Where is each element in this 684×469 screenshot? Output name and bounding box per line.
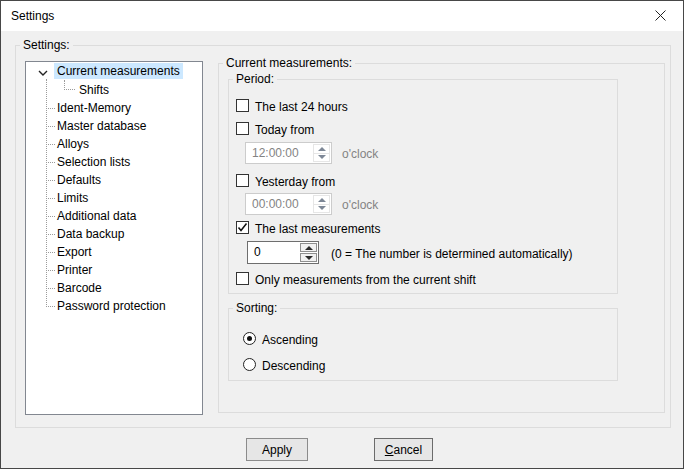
tree-item-current-measurements[interactable]: Current measurements xyxy=(26,63,203,81)
arrow-up-icon xyxy=(318,198,326,202)
descending-label[interactable]: Descending xyxy=(262,359,325,373)
tree-item-defaults[interactable]: Defaults xyxy=(26,171,203,189)
current-measurements-group-label: Current measurements: xyxy=(223,56,355,70)
checkmark-icon xyxy=(237,222,248,233)
last-measurements-label[interactable]: The last measurements xyxy=(255,222,380,236)
spin-buttons xyxy=(313,195,330,213)
yesterday-time-value[interactable]: 00:00:00 xyxy=(252,197,299,211)
tree-item-barcode[interactable]: Barcode xyxy=(26,279,203,297)
close-icon xyxy=(655,10,666,21)
settings-group-label: Settings: xyxy=(20,38,73,52)
yesterday-from-label[interactable]: Yesterday from xyxy=(255,175,335,189)
yesterday-from-checkbox[interactable] xyxy=(236,174,249,187)
tree-item-master-database[interactable]: Master database xyxy=(26,117,203,135)
spin-up-button[interactable] xyxy=(313,195,330,205)
tree-item-data-backup[interactable]: Data backup xyxy=(26,225,203,243)
tree-item-additional-data[interactable]: Additional data xyxy=(26,207,203,225)
count-hint-label: (0 = The number is determined automatica… xyxy=(331,247,573,261)
tree-item-alloys[interactable]: Alloys xyxy=(26,135,203,153)
yesterday-oclock-label: o'clock xyxy=(342,198,378,212)
close-button[interactable] xyxy=(638,1,683,30)
tree-item-label[interactable]: Ident-Memory xyxy=(54,100,134,116)
spin-buttons xyxy=(313,144,330,162)
tree-item-label[interactable]: Additional data xyxy=(54,208,139,224)
chevron-down-icon[interactable] xyxy=(37,67,49,79)
spin-up-button[interactable] xyxy=(300,243,317,252)
spin-down-button[interactable] xyxy=(313,154,330,163)
arrow-up-icon xyxy=(305,246,313,250)
yesterday-time-spinner[interactable]: 00:00:00 xyxy=(245,193,332,215)
tree-item-label[interactable]: Selection lists xyxy=(54,154,133,170)
spin-down-button[interactable] xyxy=(300,253,317,262)
tree-item-ident-memory[interactable]: Ident-Memory xyxy=(26,99,203,117)
tree-item-label[interactable]: Defaults xyxy=(54,172,104,188)
settings-dialog: Settings Settings: Current measurements … xyxy=(0,0,684,469)
arrow-down-icon xyxy=(318,155,326,159)
today-from-checkbox[interactable] xyxy=(236,122,249,135)
descending-radio[interactable] xyxy=(243,358,256,371)
tree-item-label[interactable]: Alloys xyxy=(54,136,92,152)
apply-button-label: Apply xyxy=(262,443,292,457)
measurement-count-spinner[interactable]: 0 xyxy=(247,241,319,264)
tree-item-printer[interactable]: Printer xyxy=(26,261,203,279)
current-shift-label[interactable]: Only measurements from the current shift xyxy=(255,273,476,287)
tree-item-selection-lists[interactable]: Selection lists xyxy=(26,153,203,171)
arrow-down-icon xyxy=(318,206,326,210)
sorting-group-label: Sorting: xyxy=(233,301,280,315)
tree-item-label[interactable]: Master database xyxy=(54,118,149,134)
measurement-count-value[interactable]: 0 xyxy=(254,245,261,259)
tree-connector-elbow xyxy=(64,80,75,90)
cancel-button-label: Cancel xyxy=(385,443,422,457)
tree-item-label[interactable]: Printer xyxy=(54,262,95,278)
tree-item-export[interactable]: Export xyxy=(26,243,203,261)
tree-item-label[interactable]: Data backup xyxy=(54,226,127,242)
last-measurements-checkbox[interactable] xyxy=(236,221,249,234)
today-time-spinner[interactable]: 12:00:00 xyxy=(245,142,332,164)
tree-item-label[interactable]: Current measurements xyxy=(54,63,183,79)
spin-buttons xyxy=(300,243,317,262)
window-title: Settings xyxy=(11,9,54,23)
tree-item-label[interactable]: Limits xyxy=(54,190,91,206)
tree-item-label[interactable]: Password protection xyxy=(54,298,169,314)
ascending-radio[interactable] xyxy=(243,332,256,345)
apply-button[interactable]: Apply xyxy=(246,438,308,461)
arrow-up-icon xyxy=(318,147,326,151)
last-24-hours-checkbox[interactable] xyxy=(236,99,249,112)
arrow-down-icon xyxy=(305,256,313,260)
tree-item-shifts[interactable]: Shifts xyxy=(26,81,203,99)
today-from-label[interactable]: Today from xyxy=(255,123,314,137)
tree-item-label[interactable]: Shifts xyxy=(76,82,112,98)
tree-item-label[interactable]: Barcode xyxy=(54,280,105,296)
cancel-button[interactable]: Cancel xyxy=(374,438,433,461)
tree-item-limits[interactable]: Limits xyxy=(26,189,203,207)
tree-item-label[interactable]: Export xyxy=(54,244,95,260)
titlebar: Settings xyxy=(1,1,683,31)
spin-down-button[interactable] xyxy=(313,205,330,214)
today-oclock-label: o'clock xyxy=(342,147,378,161)
period-group-label: Period: xyxy=(233,72,277,86)
last-24-hours-label[interactable]: The last 24 hours xyxy=(255,100,348,114)
today-time-value[interactable]: 12:00:00 xyxy=(252,146,299,160)
settings-tree[interactable]: Current measurements Shifts Ident-Memory… xyxy=(25,61,203,415)
spin-up-button[interactable] xyxy=(313,144,330,154)
ascending-label[interactable]: Ascending xyxy=(262,333,318,347)
tree-item-password-protection[interactable]: Password protection xyxy=(26,297,203,315)
current-shift-checkbox[interactable] xyxy=(236,272,249,285)
